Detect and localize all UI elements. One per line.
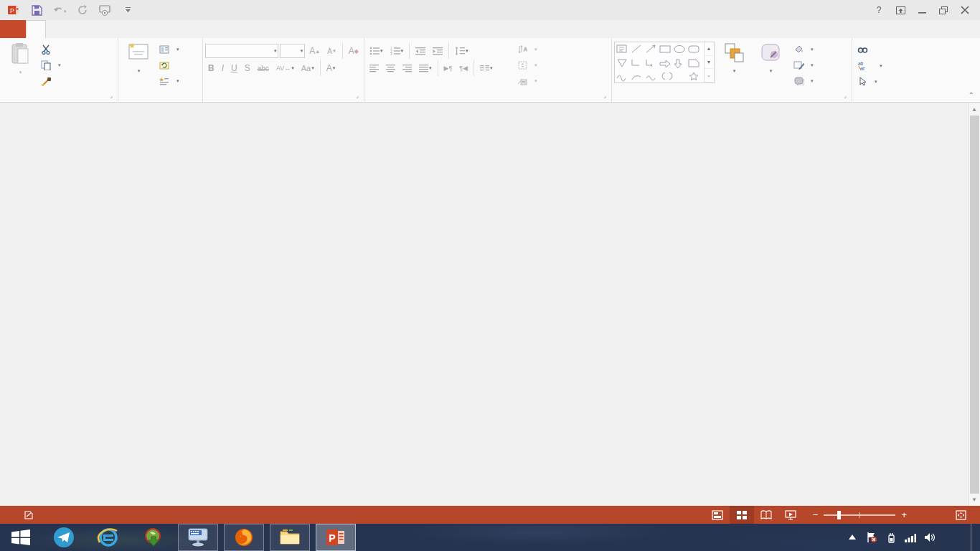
text-shadow-button[interactable]: S [242, 60, 253, 76]
font-name-combo[interactable]: ▾ [205, 44, 278, 58]
hidden-icons-button[interactable] [847, 532, 858, 543]
new-slide-button[interactable]: ▾ [121, 39, 156, 74]
zoom-out-button[interactable]: − [813, 509, 819, 520]
font-size-combo[interactable]: ▾ [280, 44, 305, 58]
shape-fill-button[interactable]: ▾ [791, 42, 816, 57]
font-color-button[interactable]: A▾ [324, 60, 339, 76]
volume-icon[interactable] [924, 532, 936, 543]
network-icon[interactable] [905, 532, 916, 543]
align-left-button[interactable] [367, 60, 382, 76]
repeat-button[interactable] [75, 3, 90, 17]
character-spacing-button[interactable]: AV↔▾ [273, 60, 297, 76]
layout-button[interactable]: ▾ [156, 42, 182, 57]
taskbar-item-powerpoint[interactable]: P [316, 524, 356, 551]
align-text-button[interactable]: ▾ [514, 57, 540, 72]
zoom-slider[interactable] [824, 514, 895, 516]
text-direction-button[interactable]: A ▾ [514, 42, 540, 57]
save-button[interactable] [29, 3, 44, 17]
slide-sorter-view-button[interactable] [730, 506, 754, 524]
zoom-slider-thumb[interactable] [837, 511, 841, 519]
replace-button[interactable]: abac ▾ [854, 58, 885, 73]
zoom-in-button[interactable]: + [901, 509, 907, 520]
arrange-button[interactable]: ▾ [715, 39, 753, 74]
action-center-icon[interactable] [866, 532, 877, 543]
line-spacing-button[interactable]: ▾ [452, 43, 471, 59]
tab-view[interactable] [158, 20, 176, 38]
ltr-text-button[interactable]: ▶¶ [441, 60, 456, 76]
paste-button[interactable]: ▾ [2, 39, 38, 75]
show-desktop-button[interactable] [971, 524, 976, 551]
columns-button[interactable]: ▾ [477, 60, 496, 76]
tab-transitions[interactable] [83, 20, 102, 38]
shape-gallery[interactable]: ▲▼⌄ [614, 42, 715, 83]
italic-button[interactable]: I [219, 60, 227, 76]
drawing-dialog-launcher[interactable]: ⌟ [842, 93, 849, 100]
taskbar-item-file-explorer[interactable] [270, 524, 310, 551]
rtl-text-button[interactable]: ¶◀ [456, 60, 471, 76]
tab-nitro-pro[interactable] [176, 20, 195, 38]
select-button[interactable]: ▾ [854, 74, 885, 89]
shape-gallery-scroll[interactable]: ▲▼⌄ [704, 42, 713, 83]
start-button[interactable] [0, 524, 42, 551]
taskbar-item-internet-explorer[interactable] [86, 524, 131, 551]
tab-insert[interactable] [46, 20, 65, 38]
fit-slide-to-window-button[interactable] [948, 506, 973, 524]
taskbar-item-idm[interactable] [131, 524, 175, 551]
shape-effects-button[interactable]: ▾ [791, 73, 816, 88]
minimize-button[interactable] [911, 2, 933, 18]
underline-button[interactable]: U [228, 60, 240, 76]
paragraph-dialog-launcher[interactable]: ⌟ [601, 93, 608, 100]
slide-sorter-pane[interactable] [0, 103, 980, 506]
decrease-font-size-button[interactable]: A▼ [324, 43, 339, 59]
convert-to-smartart-button[interactable]: ▾ [514, 73, 540, 88]
decrease-indent-button[interactable] [413, 43, 428, 59]
undo-button[interactable]: ▾ [52, 3, 67, 17]
align-right-button[interactable] [400, 60, 415, 76]
reading-view-button[interactable] [754, 506, 778, 524]
cut-button[interactable] [38, 42, 63, 57]
vertical-scrollbar[interactable]: ▲ ▼ [968, 103, 980, 506]
shape-outline-button[interactable]: ▾ [791, 57, 816, 72]
bold-button[interactable]: B [205, 60, 217, 76]
scrollbar-thumb[interactable] [970, 116, 979, 494]
numbering-button[interactable]: 123▾ [387, 43, 407, 59]
reset-button[interactable] [156, 57, 182, 72]
tab-slide-show[interactable] [121, 20, 139, 38]
section-button[interactable]: ▾ [156, 73, 182, 88]
scroll-down-arrow[interactable]: ▼ [969, 494, 980, 506]
close-button[interactable] [954, 2, 976, 18]
tab-design[interactable] [65, 20, 83, 38]
spell-check-icon[interactable] [23, 509, 34, 521]
clear-formatting-button[interactable]: A◆ [346, 43, 362, 59]
normal-view-button[interactable] [705, 506, 730, 524]
clipboard-dialog-launcher[interactable]: ⌟ [108, 93, 115, 100]
taskbar-item-on-screen-keyboard[interactable] [178, 524, 218, 551]
font-dialog-launcher[interactable]: ⌟ [354, 93, 361, 100]
customize-qat-button[interactable] [121, 3, 136, 17]
format-painter-button[interactable] [38, 73, 63, 88]
scroll-up-arrow[interactable]: ▲ [969, 103, 980, 116]
align-center-button[interactable] [383, 60, 398, 76]
restore-button[interactable] [933, 2, 954, 18]
collapse-ribbon-button[interactable]: ⌃ [969, 91, 974, 99]
ribbon-display-options-button[interactable] [890, 2, 911, 18]
slide-show-button[interactable] [778, 506, 803, 524]
increase-font-size-button[interactable]: A▲ [306, 43, 323, 59]
bullets-button[interactable]: ▾ [367, 43, 386, 59]
power-icon[interactable] [885, 532, 897, 543]
quick-styles-button[interactable]: ▾ [753, 39, 788, 74]
strikethrough-button[interactable]: abc [255, 60, 272, 76]
copy-button[interactable]: ▾ [38, 57, 63, 72]
justify-button[interactable]: ▾ [416, 60, 435, 76]
taskbar-item-telegram[interactable] [42, 524, 86, 551]
start-from-beginning-button[interactable] [98, 3, 113, 17]
tab-home[interactable] [26, 20, 46, 38]
increase-indent-button[interactable] [430, 43, 446, 59]
tab-file[interactable] [0, 20, 26, 38]
taskbar-item-firefox[interactable] [224, 524, 264, 551]
change-case-button[interactable]: Aa▾ [298, 60, 317, 76]
find-button[interactable] [854, 42, 885, 57]
tab-review[interactable] [139, 20, 158, 38]
help-button[interactable]: ? [868, 2, 890, 18]
tab-animations[interactable] [102, 20, 121, 38]
